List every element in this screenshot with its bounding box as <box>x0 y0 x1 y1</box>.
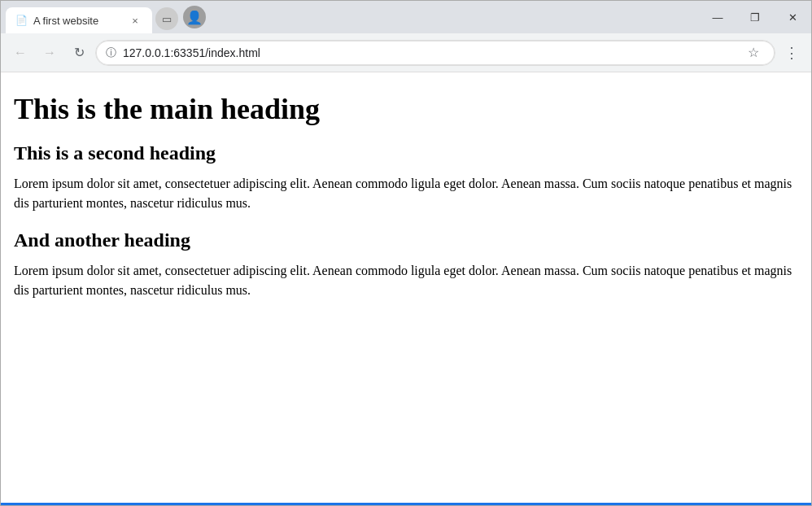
reload-icon: ↻ <box>74 45 85 60</box>
paragraph-1: Lorem ipsum dolor sit amet, consectetuer… <box>14 174 798 213</box>
bookmark-button[interactable]: ☆ <box>742 41 765 64</box>
active-tab[interactable]: 📄 A first website × <box>6 7 152 33</box>
forward-button[interactable]: → <box>37 40 63 66</box>
third-heading: And another heading <box>14 229 798 251</box>
reload-button[interactable]: ↻ <box>66 40 92 66</box>
bottom-accent-border <box>1 503 811 505</box>
tab-label: A first website <box>33 15 121 27</box>
window-controls: — ❐ ✕ <box>699 4 811 30</box>
tab-favicon-icon: 📄 <box>15 15 27 26</box>
back-button[interactable]: ← <box>7 40 33 66</box>
back-icon: ← <box>14 46 27 60</box>
paragraph-2: Lorem ipsum dolor sit amet, consectetuer… <box>14 261 798 300</box>
main-heading: This is the main heading <box>14 92 798 126</box>
toolbar: ← → ↻ ⓘ 127.0.0.1:63351/index.html ☆ ⋮ <box>1 33 811 72</box>
address-bar[interactable]: ⓘ 127.0.0.1:63351/index.html ☆ <box>95 40 775 66</box>
browser-window: 📄 A first website × ▭ 👤 — ❐ ✕ ← → ↻ <box>0 0 812 506</box>
minimize-button[interactable]: — <box>699 4 736 30</box>
new-tab-button[interactable]: ▭ <box>155 7 178 30</box>
page-content: This is the main heading This is a secon… <box>1 72 811 503</box>
profile-button[interactable]: 👤 <box>178 4 211 30</box>
address-text: 127.0.0.1:63351/index.html <box>123 46 736 59</box>
second-heading: This is a second heading <box>14 142 798 164</box>
chrome-menu-button[interactable]: ⋮ <box>779 40 805 66</box>
titlebar: 📄 A first website × ▭ 👤 — ❐ ✕ <box>1 1 811 33</box>
maximize-button[interactable]: ❐ <box>736 4 774 30</box>
profile-icon: 👤 <box>183 6 206 28</box>
lock-icon: ⓘ <box>106 46 116 60</box>
forward-icon: → <box>43 46 56 60</box>
new-tab-icon: ▭ <box>162 13 172 25</box>
close-button[interactable]: ✕ <box>774 4 811 30</box>
tab-close-button[interactable]: × <box>128 13 142 28</box>
